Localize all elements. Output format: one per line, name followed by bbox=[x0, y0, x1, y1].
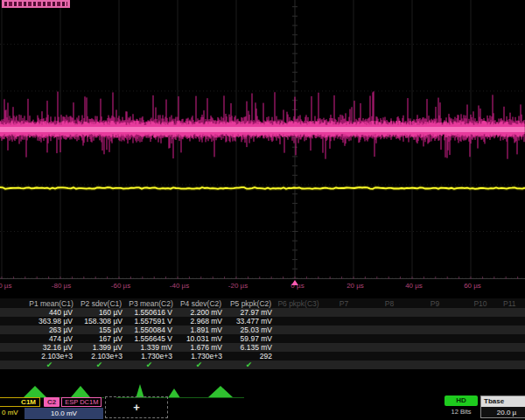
param-header-p11-clipped[interactable]: P11 bbox=[503, 299, 525, 308]
trigger-position-marker-icon[interactable] bbox=[291, 280, 298, 285]
time-tick-label: 20 µs bbox=[346, 282, 364, 290]
meas-min-p3: 1.550084 V bbox=[126, 326, 176, 334]
status-check-icon: ✔ bbox=[176, 360, 226, 369]
meas-mean-p5: 33.477 mV bbox=[226, 317, 276, 326]
time-tick-label: 60 µs bbox=[464, 282, 481, 290]
top-left-cropped-badge bbox=[2, 0, 70, 8]
table-header-row: P1 mean(C1) P2 sdev(C1) P3 mean(C2) P4 s… bbox=[0, 298, 525, 308]
meas-max-p2: 167 µV bbox=[76, 334, 126, 343]
measurement-row-num: 2.103e+3 2.103e+3 1.730e+3 1.730e+3 292 bbox=[0, 352, 525, 360]
c2-channel-badge[interactable]: C2 bbox=[44, 397, 60, 407]
param-header-p5[interactable]: P5 pkpk(C2) bbox=[226, 299, 276, 308]
param-header-p6[interactable]: P6 pkpk(C3) bbox=[276, 299, 321, 308]
meas-sdev-p5: 6.135 mV bbox=[226, 343, 276, 352]
meas-min-p4: 1.891 mV bbox=[176, 326, 226, 334]
c1-scale-value[interactable]: 0 mV bbox=[2, 409, 18, 416]
c2-coupling-badge[interactable]: ESP DC1M bbox=[61, 397, 102, 407]
status-check-icon: ✔ bbox=[76, 360, 126, 369]
time-tick-label: 40 µs bbox=[405, 282, 423, 290]
meas-mean-p3: 1.557591 V bbox=[126, 317, 176, 326]
timebase-label: Tbase bbox=[481, 396, 525, 407]
time-tick-label: -20 µs bbox=[228, 282, 248, 290]
meas-min-p5: 25.03 mV bbox=[226, 326, 276, 334]
measurement-row-mean: 363.98 µV 158.308 µV 1.557591 V 2.968 mV… bbox=[0, 317, 525, 326]
time-tick-label: -100 µs bbox=[0, 282, 11, 290]
c1-coupling-badge[interactable]: C1M bbox=[0, 397, 40, 407]
meas-sdev-p3: 1.339 mV bbox=[126, 343, 176, 352]
status-check-icon: ✔ bbox=[26, 360, 76, 369]
meas-num-p4: 1.730e+3 bbox=[176, 352, 226, 360]
param-header-p7[interactable]: P7 bbox=[321, 299, 367, 308]
meas-max-p4: 10.031 mV bbox=[176, 334, 226, 343]
descriptor-bar: C1M 0 mV C2 ESP DC1M 10.0 mV + HD 12 Bit… bbox=[0, 396, 525, 420]
oscilloscope-screen: -100 µs -80 µs -60 µs -40 µs -20 µs 0 µs… bbox=[0, 0, 525, 420]
hd-mode-badge[interactable]: HD bbox=[444, 396, 478, 406]
measurement-row-value: 440 µV 160 µV 1.550616 V 2.200 mV 27.97 … bbox=[0, 308, 525, 317]
meas-min-p2: 155 µV bbox=[76, 326, 126, 334]
time-tick-label: -60 µs bbox=[111, 282, 130, 290]
param-header-p2[interactable]: P2 sdev(C1) bbox=[76, 299, 126, 308]
timebase-descriptor[interactable]: Tbase 20.0 µ bbox=[480, 396, 525, 418]
add-trace-button[interactable]: + bbox=[105, 396, 168, 418]
meas-num-p2: 2.103e+3 bbox=[76, 352, 126, 360]
c2-descriptor[interactable]: C2 ESP DC1M bbox=[44, 397, 102, 407]
meas-max-p5: 59.97 mV bbox=[226, 334, 276, 343]
waveform-plot bbox=[0, 0, 525, 293]
meas-num-p3: 1.730e+3 bbox=[126, 352, 176, 360]
illegible-text-fragment bbox=[4, 2, 67, 6]
meas-num-p1: 2.103e+3 bbox=[26, 352, 76, 360]
meas-sdev-p2: 1.399 µV bbox=[76, 343, 126, 352]
c2-scale-value[interactable]: 10.0 mV bbox=[24, 408, 103, 419]
meas-mean-p2: 158.308 µV bbox=[76, 317, 126, 326]
meas-mean-p1: 363.98 µV bbox=[26, 317, 76, 326]
meas-max-p3: 1.556645 V bbox=[126, 334, 176, 343]
meas-num-p5: 292 bbox=[226, 352, 276, 360]
timebase-scale-value: 20.0 µ bbox=[481, 407, 525, 418]
param-header-p10[interactable]: P10 bbox=[458, 299, 503, 308]
time-tick-label: -80 µs bbox=[52, 282, 71, 290]
hd-bits-label: 12 Bits bbox=[444, 408, 478, 416]
param-header-p9[interactable]: P9 bbox=[412, 299, 458, 308]
measurement-row-max: 474 µV 167 µV 1.556645 V 10.031 mV 59.97… bbox=[0, 334, 525, 343]
param-header-p8[interactable]: P8 bbox=[367, 299, 412, 308]
status-check-icon: ✔ bbox=[226, 360, 276, 369]
meas-max-p1: 474 µV bbox=[26, 334, 76, 343]
waveform-grid[interactable] bbox=[0, 0, 525, 293]
meas-value-p4: 2.200 mV bbox=[176, 308, 226, 317]
meas-mean-p4: 2.968 mV bbox=[176, 317, 226, 326]
measurement-row-min: 263 µV 155 µV 1.550084 V 1.891 mV 25.03 … bbox=[0, 326, 525, 334]
measurement-row-status: ✔ ✔ ✔ ✔ ✔ bbox=[0, 360, 525, 369]
param-header-p1[interactable]: P1 mean(C1) bbox=[26, 299, 76, 308]
param-header-p3[interactable]: P3 mean(C2) bbox=[126, 299, 176, 308]
plus-icon: + bbox=[133, 401, 140, 414]
status-check-icon: ✔ bbox=[126, 360, 176, 369]
meas-value-p5: 27.97 mV bbox=[226, 308, 276, 317]
param-header-p4[interactable]: P4 sdev(C2) bbox=[176, 299, 226, 308]
meas-value-p1: 440 µV bbox=[26, 308, 76, 317]
time-axis: -100 µs -80 µs -60 µs -40 µs -20 µs 0 µs… bbox=[0, 278, 525, 293]
meas-value-p2: 160 µV bbox=[76, 308, 126, 317]
meas-min-p1: 263 µV bbox=[26, 326, 76, 334]
measurement-row-sdev: 32.16 µV 1.399 µV 1.339 mV 1.676 mV 6.13… bbox=[0, 343, 525, 352]
meas-value-p3: 1.550616 V bbox=[126, 308, 176, 317]
meas-sdev-p4: 1.676 mV bbox=[176, 343, 226, 352]
meas-sdev-p1: 32.16 µV bbox=[26, 343, 76, 352]
time-tick-label: -40 µs bbox=[170, 282, 189, 290]
measurement-table: P1 mean(C1) P2 sdev(C1) P3 mean(C2) P4 s… bbox=[0, 298, 525, 369]
